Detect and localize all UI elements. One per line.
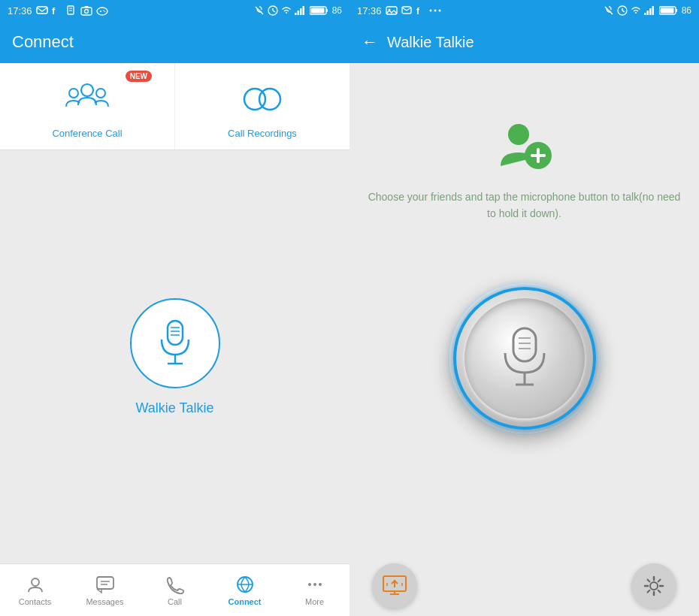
right-more-dots-icon [428,6,442,15]
svg-rect-57 [649,8,652,15]
wifi-icon [281,5,292,16]
svg-point-25 [69,89,78,98]
conference-call-label: Conference Call [52,128,122,139]
more-icon [305,575,325,594]
new-badge: NEW [126,71,152,82]
left-time: 17:36 [8,5,32,17]
svg-point-8 [97,8,107,15]
nav-call[interactable]: Call [140,575,210,606]
svg-point-28 [259,89,280,110]
svg-point-6 [84,10,88,14]
signal-icon [295,5,307,16]
contacts-icon [26,575,45,594]
right-panel: 17:36 f 86 ← Walkie Talkie [350,0,699,616]
connect-icon [235,575,255,594]
svg-rect-17 [295,13,297,15]
svg-rect-56 [646,11,649,15]
left-header-title: Connect [12,32,74,52]
svg-rect-5 [81,8,92,15]
svg-point-78 [650,582,658,590]
svg-point-35 [32,578,39,586]
nav-contacts[interactable]: Contacts [0,575,70,606]
svg-rect-23 [310,8,324,14]
screen-share-button[interactable] [372,563,417,608]
walkie-talkie-label: Walkie Talkie [135,400,213,416]
svg-point-26 [96,89,105,98]
svg-rect-0 [37,7,47,14]
settings-icon [642,574,666,598]
svg-point-42 [313,583,316,586]
right-time: 17:36 [357,5,382,17]
svg-rect-61 [660,8,673,14]
svg-point-43 [319,583,322,586]
svg-marker-7 [84,6,89,8]
conference-call-icon [65,77,110,122]
right-header-title: Walkie Talkie [387,34,474,51]
nav-more-label: More [305,597,324,606]
instruction-text: Choose your friends and tap the micropho… [365,189,684,222]
svg-line-13 [256,7,263,14]
svg-point-24 [81,84,93,96]
left-status-right: 86 [254,5,342,16]
right-status-right: 86 [604,5,691,16]
doc-icon [66,5,77,16]
feature-grid: NEW Conference Call Call Recordings [0,63,350,150]
walkie-talkie-icon-circle [130,298,220,388]
right-clock-icon [617,5,628,16]
svg-point-62 [508,124,529,145]
right-content: Choose your friends and tap the micropho… [350,63,699,556]
back-button[interactable]: ← [362,32,378,52]
call-recordings-item[interactable]: Call Recordings [175,63,350,149]
nav-contacts-label: Contacts [19,597,51,606]
right-battery: 86 [682,5,691,16]
svg-rect-55 [644,13,646,15]
right-fb-icon: f [416,6,425,15]
clock-icon [268,5,278,16]
svg-rect-22 [326,9,328,12]
right-wifi-icon [631,5,641,16]
svg-point-12 [104,11,105,13]
svg-point-50 [438,10,440,12]
svg-point-48 [429,10,431,12]
walkie-talkie-button[interactable]: Walkie Talkie [130,298,220,416]
svg-rect-29 [168,321,183,345]
svg-rect-60 [676,9,677,12]
svg-text:f: f [52,5,56,16]
left-status-bar: 17:36 f 86 [0,0,350,21]
right-status-bar: 17:36 f 86 [350,0,699,21]
battery-icon [310,5,329,16]
mute-icon [254,5,265,16]
left-header: Connect [0,21,350,63]
add-friend-icon [495,116,555,177]
main-content: Walkie Talkie [0,150,350,563]
nav-more[interactable]: More [280,575,350,606]
call-icon [165,575,185,594]
nav-connect[interactable]: Connect [210,575,280,606]
svg-line-51 [605,7,613,14]
settings-button[interactable] [631,563,676,608]
right-bottom-bar [350,556,699,616]
svg-point-11 [103,10,104,11]
left-battery: 86 [332,5,342,16]
svg-text:f: f [416,6,420,15]
bottom-nav: Contacts Messages Call Con [0,563,350,616]
right-signal-icon [644,5,656,16]
gamepad-icon [96,5,108,16]
instruction-area: Choose your friends and tap the micropho… [365,116,684,222]
svg-rect-19 [300,8,302,15]
right-message-icon [401,6,412,15]
svg-line-16 [273,11,275,12]
svg-point-41 [308,583,311,586]
svg-rect-18 [297,11,299,15]
right-battery-icon [659,5,679,16]
call-recordings-icon [240,77,285,122]
big-mic-button[interactable] [449,283,600,433]
svg-rect-58 [652,6,654,15]
svg-line-54 [622,11,625,12]
right-header: ← Walkie Talkie [350,21,699,63]
right-mute-icon [604,5,614,16]
conference-call-item[interactable]: NEW Conference Call [0,63,175,149]
microphone-icon [153,317,198,370]
nav-messages[interactable]: Messages [70,575,140,606]
messages-icon [95,575,115,594]
